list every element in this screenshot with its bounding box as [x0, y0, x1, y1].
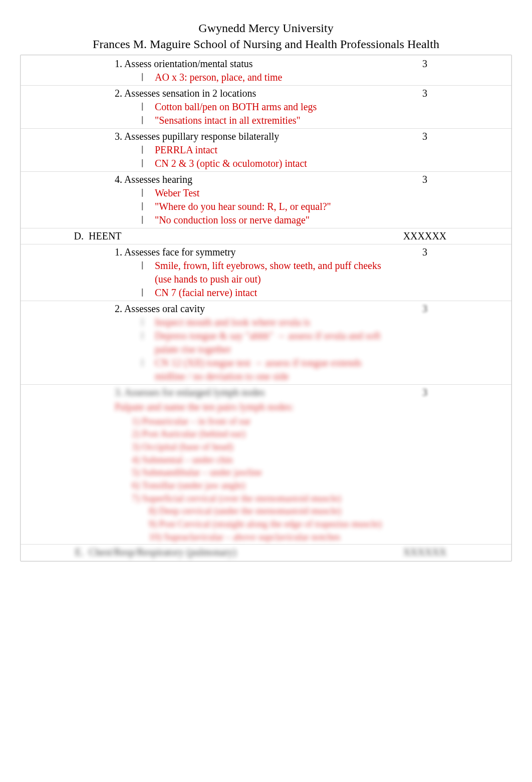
- table-row: 1. Assesses face for symmetry Smile, fro…: [21, 244, 511, 301]
- item-title: Assess orientation/mental status: [124, 58, 253, 69]
- lymph-node-list: 1) Preauricular – in front of ear 2) Pos…: [132, 415, 391, 543]
- score-cell: 3: [422, 387, 427, 398]
- list-item: 3) Occipital (base of head): [132, 440, 391, 453]
- item-bullet: Cotton ball/pen on BOTH arms and legs: [140, 100, 391, 114]
- item-bullet: "No conduction loss or nerve damage": [140, 213, 391, 227]
- item-bullet: Smile, frown, lift eyebrows, show teeth,…: [140, 259, 391, 286]
- item-bullet-blurred: Inspect mouth and look where uvula is: [140, 316, 391, 329]
- list-item: 1) Preauricular – in front of ear: [132, 415, 391, 428]
- item-number: 1.: [115, 246, 122, 257]
- list-item: 6) Tonsillar (under jaw angle): [132, 479, 391, 492]
- item-bullet: PERRLA intact: [140, 143, 391, 157]
- item-number: 2.: [115, 88, 122, 99]
- document-page: Gwynedd Mercy University Frances M. Magu…: [0, 0, 532, 782]
- table-row: 2. Assesses sensation in 2 locations Cot…: [21, 85, 511, 128]
- item-number: 4.: [115, 174, 122, 185]
- item-number: 2.: [115, 303, 122, 314]
- list-item: 5) Submandibular – under jawline: [132, 466, 391, 479]
- item-bullet: CN 7 (facial nerve) intact: [140, 286, 391, 300]
- school-subtitle: Frances M. Maguire School of Nursing and…: [20, 36, 512, 52]
- list-item: 8) Deep cervical (under the sternomastoi…: [132, 504, 391, 517]
- item-bullet: "Sensations intact in all extremities": [140, 114, 391, 127]
- section-header-row: E. Chest/Resp/Respiratory (pulmonary) XX…: [21, 545, 511, 561]
- assessment-box: 1. Assess orientation/mental status AO x…: [20, 55, 512, 562]
- item-number: 1.: [115, 58, 122, 69]
- score-cell: 3: [394, 85, 455, 128]
- item-title: Assesses pupillary response bilaterally: [124, 131, 279, 142]
- section-label: HEENT: [89, 230, 122, 241]
- table-row: 2. Assesses oral cavity Inspect mouth an…: [21, 301, 511, 384]
- list-item: 2) Post Auricular (behind ear): [132, 427, 391, 440]
- section-letter: D.: [74, 230, 84, 241]
- list-item: 7) Superficial cervical (over the sterno…: [132, 492, 391, 505]
- university-title: Gwynedd Mercy University: [20, 20, 512, 36]
- document-header: Gwynedd Mercy University Frances M. Magu…: [20, 20, 512, 53]
- list-item: 9) Post Cervical (straight along the edg…: [132, 517, 391, 531]
- item-bullet: "Where do you hear sound: R, L, or equal…: [140, 200, 391, 213]
- table-row: 1. Assess orientation/mental status AO x…: [21, 56, 511, 86]
- section-letter: E.: [75, 547, 84, 558]
- item-title: Assesses oral cavity: [124, 303, 205, 314]
- assessment-table: 1. Assess orientation/mental status AO x…: [21, 56, 511, 560]
- item-number: 3.: [115, 131, 122, 142]
- score-cell: 3: [394, 244, 455, 301]
- item-bullet: CN 2 & 3 (optic & oculomotor) intact: [140, 157, 391, 170]
- list-item: 10) Supraclavicular – above supclavicula…: [132, 531, 391, 544]
- item-title: Assesses for enlarged lymph nodes: [124, 387, 265, 398]
- item-intro: Palpate and name the ten pairs lymph nod…: [115, 400, 391, 414]
- item-title: Assesses face for symmetry: [124, 246, 236, 257]
- section-label: Chest/Resp/Respiratory (pulmonary): [89, 547, 236, 558]
- item-bullet: AO x 3: person, place, and time: [140, 71, 391, 84]
- item-title: Assesses sensation in 2 locations: [124, 88, 256, 99]
- item-bullet-blurred: Depress tongue & say "ahhh" → assess if …: [140, 329, 391, 356]
- item-bullet-blurred: CN 12 (XII) tongue test → assess if tong…: [140, 356, 391, 383]
- score-cell: 3: [394, 128, 455, 171]
- table-row: 3. Assesses for enlarged lymph nodes Pal…: [21, 384, 511, 544]
- score-cell: 3: [394, 171, 455, 228]
- score-cell: 3: [422, 303, 427, 314]
- item-title: Assesses hearing: [124, 174, 192, 185]
- item-number: 3.: [115, 387, 122, 398]
- list-item: 4) Submental – under chin: [132, 453, 391, 466]
- section-score: XXXXXX: [394, 228, 455, 244]
- table-row: 3. Assesses pupillary response bilateral…: [21, 128, 511, 171]
- item-bullet: Weber Test: [140, 186, 391, 200]
- section-header-row: D. HEENT XXXXXX: [21, 228, 511, 244]
- section-score: XXXXXX: [403, 547, 447, 558]
- score-cell: 3: [394, 56, 455, 86]
- table-row: 4. Assesses hearing Weber Test "Where do…: [21, 171, 511, 228]
